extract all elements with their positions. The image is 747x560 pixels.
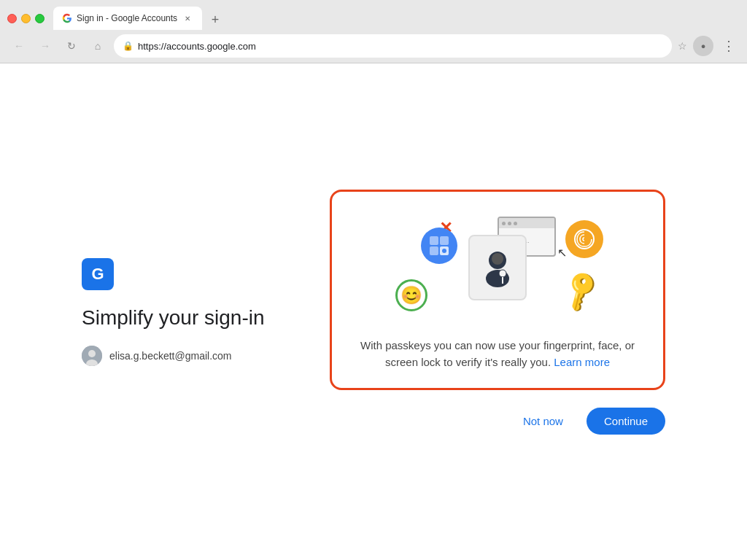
tab-title-text: Sign in - Google Accounts <box>77 13 177 23</box>
lock-illustration <box>468 235 527 300</box>
traffic-lights <box>7 14 44 23</box>
key-icon: 🔑 <box>557 267 606 315</box>
passkey-card: ··· ↖ ✕ <box>330 190 665 390</box>
close-window-button[interactable] <box>7 14 17 23</box>
url-text: https://accounts.google.com <box>138 41 663 52</box>
browser-dot-3 <box>514 222 517 225</box>
left-panel: G Simplify your sign-in elisa.g.beckett@… <box>82 258 286 366</box>
buttons-row: Not now Continue <box>330 408 665 435</box>
back-button[interactable]: ← <box>9 36 29 56</box>
page-content: G Simplify your sign-in elisa.g.beckett@… <box>0 63 747 560</box>
svg-point-12 <box>492 253 503 265</box>
illustration-container: ··· ↖ ✕ <box>381 213 614 322</box>
home-button[interactable]: ⌂ <box>88 36 108 56</box>
fingerprint-svg <box>573 228 595 250</box>
right-panel: ··· ↖ ✕ <box>330 190 665 435</box>
active-tab[interactable]: Sign in - Google Accounts ✕ <box>53 7 202 30</box>
google-shield-logo: G <box>82 258 114 290</box>
svg-point-7 <box>442 249 446 253</box>
card-illustration: ··· ↖ ✕ <box>349 209 646 326</box>
browser-menu-button[interactable]: ⋮ <box>719 35 738 57</box>
tab-close-button[interactable]: ✕ <box>182 12 193 24</box>
minimize-window-button[interactable] <box>21 14 31 23</box>
not-now-button[interactable]: Not now <box>511 408 575 435</box>
blue-pattern-icon <box>421 228 457 264</box>
tab-favicon-icon <box>62 13 72 23</box>
smiley-face-icon: 😊 <box>395 279 427 311</box>
shield-letter: G <box>91 265 104 284</box>
browser-chrome: Sign in - Google Accounts ✕ + ← → ↻ ⌂ 🔒 … <box>0 0 747 63</box>
pattern-svg <box>428 235 450 257</box>
browser-dot-1 <box>502 222 506 225</box>
svg-point-1 <box>88 350 96 357</box>
address-bar-row: ← → ↻ ⌂ 🔒 https://accounts.google.com ☆ … <box>0 31 747 63</box>
maximize-window-button[interactable] <box>35 14 44 23</box>
avatar-image <box>82 346 102 366</box>
fingerprint-icon <box>565 220 603 258</box>
main-layout: G Simplify your sign-in elisa.g.beckett@… <box>82 190 665 435</box>
bookmark-button[interactable]: ☆ <box>678 40 687 52</box>
cursor-icon: ↖ <box>557 246 567 260</box>
avatar <box>82 346 102 366</box>
title-bar: Sign in - Google Accounts ✕ + <box>0 0 747 31</box>
profile-button[interactable]: ● <box>693 36 713 56</box>
new-tab-button[interactable]: + <box>205 9 225 30</box>
user-email-text: elisa.g.beckett@gmail.com <box>109 350 232 362</box>
card-body-text: With passkeys you can now use your finge… <box>349 338 646 370</box>
page-heading: Simplify your sign-in <box>82 305 286 331</box>
lock-icon: 🔒 <box>123 41 133 51</box>
profile-icon: ● <box>701 42 706 50</box>
svg-rect-4 <box>440 236 449 245</box>
forward-button[interactable]: → <box>35 36 55 56</box>
learn-more-link[interactable]: Learn more <box>554 356 610 368</box>
address-bar[interactable]: 🔒 https://accounts.google.com <box>114 34 672 58</box>
continue-button[interactable]: Continue <box>587 408 665 435</box>
person-key-svg <box>479 246 516 289</box>
svg-point-10 <box>499 270 506 277</box>
user-row: elisa.g.beckett@gmail.com <box>82 346 286 366</box>
svg-rect-3 <box>430 236 438 245</box>
svg-rect-5 <box>430 246 438 255</box>
browser-dot-2 <box>508 222 511 225</box>
refresh-button[interactable]: ↻ <box>61 36 82 56</box>
browser-bar-illustration <box>499 218 554 228</box>
svg-point-13 <box>575 230 594 249</box>
tab-bar: Sign in - Google Accounts ✕ + <box>53 7 740 30</box>
